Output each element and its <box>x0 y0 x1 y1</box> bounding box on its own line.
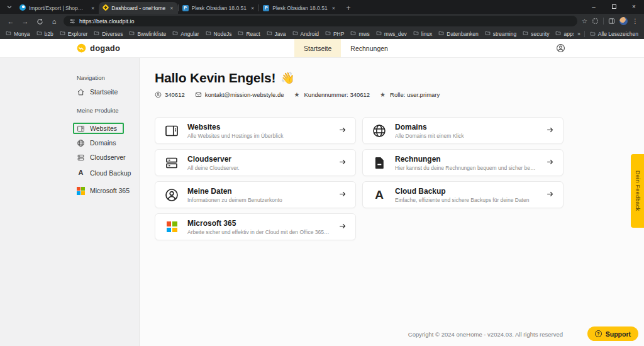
card-title: Rechnungen <box>395 155 538 164</box>
bookmark-monya[interactable]: Monya <box>6 30 30 37</box>
folder-icon <box>590 31 596 36</box>
bookmark-streaming[interactable]: streaming <box>485 30 516 37</box>
sidebar-item-cloud-backup[interactable]: ACloud Backup <box>77 167 131 179</box>
bookmark-apps[interactable]: apps <box>555 30 574 37</box>
microsoft-icon <box>77 187 85 195</box>
folder-icon <box>129 30 135 37</box>
folder-icon <box>438 30 444 37</box>
card-websites[interactable]: WebsitesAlle Websites und Hostings im Üb… <box>155 117 356 144</box>
bookmark-b2b[interactable]: b2b <box>36 30 53 37</box>
browser-tab-plesk-obsidian-18-0-51[interactable]: PPlesk Obsidian 18.0.51× <box>178 2 259 14</box>
folder-icon <box>206 30 211 37</box>
acronis-icon: A <box>372 187 387 203</box>
bookmark-label: Diverses <box>102 31 123 37</box>
bookmark-java[interactable]: Java <box>267 30 286 37</box>
server-icon <box>164 155 179 170</box>
folder-icon <box>292 30 298 37</box>
sidebar-item-websites[interactable]: Websites <box>73 123 124 134</box>
address-bar[interactable]: https://beta.cloudpit.io <box>64 16 577 26</box>
tab-search-chevron-icon[interactable] <box>4 1 15 13</box>
bookmark-react[interactable]: React <box>238 30 260 37</box>
bookmark-label: apps <box>564 31 574 37</box>
account-button[interactable] <box>555 43 565 53</box>
browser-tab-dashboard-onehome[interactable]: Dashboard - oneHome× <box>99 2 177 14</box>
browser-tab-plesk-obsidian-18-0-51[interactable]: PPlesk Obsidian 18.0.51× <box>258 2 340 14</box>
bookmark-label: Bwwlinkliste <box>137 31 166 37</box>
reload-button[interactable] <box>35 18 45 25</box>
bookmark-explorer[interactable]: Explorer <box>60 30 88 37</box>
back-button[interactable]: ← <box>6 18 16 25</box>
card-cloudserver[interactable]: CloudserverAll deine Cloudserver. <box>155 149 356 176</box>
support-button[interactable]: ? Support <box>587 326 638 341</box>
maximize-button[interactable] <box>604 0 624 14</box>
card-title: Microsoft 365 <box>187 219 330 228</box>
plesk-favicon: P <box>182 4 189 11</box>
all-bookmarks-button[interactable]: Alle Lesezeichen <box>590 31 638 37</box>
bookmark-nodejs[interactable]: NodeJs <box>206 30 232 37</box>
home-icon <box>77 88 85 96</box>
sidebar-item-cloudserver[interactable]: Cloudserver <box>77 152 126 163</box>
sidebar-item-startseite[interactable]: Startseite <box>77 86 118 98</box>
shopware-favicon <box>19 4 26 12</box>
card-subtitle: Hier kannst du deine Rechnungen bequem u… <box>395 165 538 171</box>
arrow-right-icon <box>546 189 554 201</box>
card-microsoft-365[interactable]: Microsoft 365Arbeite sicher und effektiv… <box>155 213 356 240</box>
bookmark-datenbanken[interactable]: Datenbanken <box>438 30 479 37</box>
globe-icon <box>77 139 85 147</box>
bookmark-android[interactable]: Android <box>292 30 319 37</box>
tab-close-icon[interactable]: × <box>170 5 173 11</box>
account-circle-icon <box>556 43 565 53</box>
bookmark-star-icon[interactable]: ☆ <box>582 18 587 25</box>
browser-tab-import-export-shopware-adm[interactable]: Import/Export | Shopware Adm× <box>15 2 99 14</box>
minimize-button[interactable]: – <box>584 0 604 14</box>
forward-button[interactable]: → <box>20 18 30 25</box>
tab-close-icon[interactable]: × <box>332 5 335 11</box>
close-button[interactable]: × <box>624 0 644 14</box>
browser-menu-icon[interactable]: ⋮ <box>632 18 638 25</box>
tab-close-icon[interactable]: × <box>251 5 254 11</box>
question-mark-icon: ? <box>595 330 602 337</box>
user-info-text: Rolle: user.primary <box>390 91 440 98</box>
new-tab-button[interactable]: + <box>342 2 355 14</box>
card-title: Cloudserver <box>187 155 330 164</box>
card-meine-daten[interactable]: Meine DatenInformationen zu deinem Benut… <box>155 181 356 208</box>
home-button[interactable]: ⌂ <box>49 18 59 25</box>
side-panel-icon[interactable] <box>608 18 615 25</box>
all-bookmarks-label: Alle Lesezeichen <box>598 31 638 37</box>
user-info-text: kontakt@mission-webstyle.de <box>205 91 284 98</box>
app-header: dogado StartseiteRechnungen <box>0 39 644 58</box>
header-tab-startseite[interactable]: Startseite <box>294 39 341 57</box>
card-rechnungen[interactable]: RechnungenHier kannst du deine Rechnunge… <box>362 149 564 176</box>
sidebar-item-label: Cloudserver <box>90 153 126 161</box>
bookmark-label: Monya <box>14 31 30 37</box>
bookmark-security[interactable]: security <box>523 30 549 37</box>
feedback-tab[interactable]: Dein Feedback <box>631 154 644 228</box>
card-cloud-backup[interactable]: ACloud BackupEinfache, effiziente und si… <box>362 181 564 208</box>
profile-avatar[interactable] <box>619 17 628 25</box>
tab-groups-icon[interactable] <box>592 18 599 25</box>
bookmark-php[interactable]: PHP <box>325 30 344 37</box>
account-icon <box>155 91 162 98</box>
bookmark-mws[interactable]: mws <box>350 30 369 37</box>
card-subtitle: All deine Cloudserver. <box>187 165 330 171</box>
header-tab-rechnungen[interactable]: Rechnungen <box>341 39 397 57</box>
dogado-logo-icon <box>77 43 86 53</box>
tab-close-icon[interactable]: × <box>91 5 94 11</box>
sidebar-item-microsoft-365[interactable]: Microsoft 365 <box>77 185 130 196</box>
bookmark-bwwlinkliste[interactable]: Bwwlinkliste <box>129 30 166 37</box>
star-icon: ★ <box>294 91 301 98</box>
bookmark-angular[interactable]: Angular <box>172 30 199 37</box>
globe-icon <box>372 123 387 138</box>
bookmarks-overflow-button[interactable]: » <box>577 31 580 37</box>
bookmark-diverses[interactable]: Diverses <box>94 30 123 37</box>
bookmark-label: React <box>246 31 260 37</box>
tab-title: Plesk Obsidian 18.0.51 <box>272 5 327 11</box>
sidebar-item-label: Microsoft 365 <box>90 187 130 194</box>
dogado-brand[interactable]: dogado <box>77 39 120 57</box>
bookmark-mws-dev[interactable]: mws_dev <box>376 30 407 37</box>
user-info-kontakt-mission-webstyle-de: kontakt@mission-webstyle.de <box>195 91 284 98</box>
sidebar-item-domains[interactable]: Domains <box>77 137 116 148</box>
bookmark-linux[interactable]: linux <box>413 30 432 37</box>
bookmark-label: PHP <box>333 31 344 37</box>
card-domains[interactable]: DomainsAlle Domains mit einem Klick <box>362 117 564 144</box>
